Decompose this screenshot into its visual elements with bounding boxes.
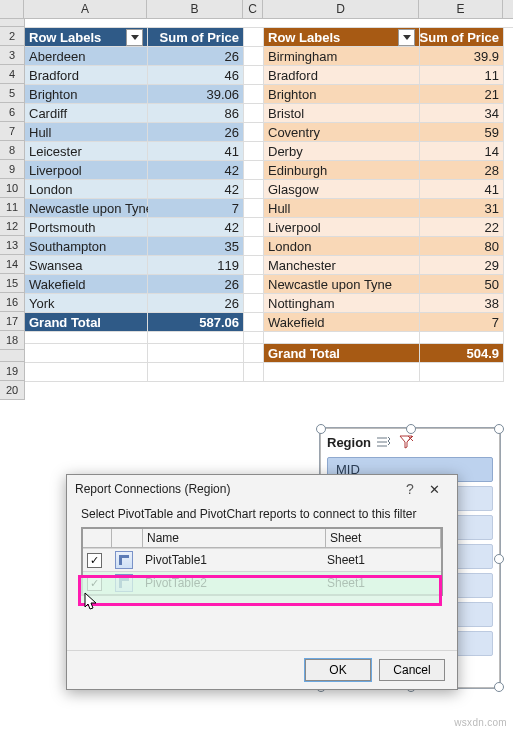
column-header-e[interactable]: E — [419, 0, 503, 18]
pivot1-row-value: 26 — [148, 275, 244, 294]
dialog-instruction: Select PivotTable and PivotChart reports… — [81, 507, 443, 521]
pivot1-row-label[interactable]: Swansea — [25, 256, 148, 275]
pivot1-row-label[interactable]: Hull — [25, 123, 148, 142]
help-icon[interactable]: ? — [401, 481, 419, 497]
pivot2-row-label[interactable]: Coventry — [264, 123, 420, 142]
pivot2-row-value: 22 — [420, 218, 504, 237]
grid[interactable]: Row LabelsSum of PriceRow LabelsSum of P… — [25, 19, 513, 400]
pivot1-row-value: 41 — [148, 142, 244, 161]
row-header[interactable] — [0, 350, 24, 362]
pivot2-row-label[interactable]: Nottingham — [264, 294, 420, 313]
pivot2-row-label[interactable]: Brighton — [264, 85, 420, 104]
pivot2-row-label[interactable]: Derby — [264, 142, 420, 161]
row-header[interactable]: 9 — [0, 160, 24, 179]
row-header[interactable]: 13 — [0, 236, 24, 255]
resize-handle[interactable] — [406, 424, 416, 434]
row-header[interactable]: 14 — [0, 255, 24, 274]
row-header[interactable]: 7 — [0, 122, 24, 141]
dialog-row-name: PivotTable1 — [141, 553, 323, 567]
close-icon[interactable]: ✕ — [419, 482, 449, 497]
dialog-col-name[interactable]: Name — [143, 529, 326, 547]
pivot1-row-value: 7 — [148, 199, 244, 218]
pivot1-row-label[interactable]: Aberdeen — [25, 47, 148, 66]
pivot1-row-label[interactable]: Wakefield — [25, 275, 148, 294]
pivot1-row-label[interactable]: Portsmouth — [25, 218, 148, 237]
pivot2-row-labels-header[interactable]: Row Labels — [264, 28, 420, 47]
row-header[interactable]: 17 — [0, 312, 24, 331]
pivot1-row-label[interactable]: Bradford — [25, 66, 148, 85]
pivot1-row-value: 119 — [148, 256, 244, 275]
column-header-d[interactable]: D — [263, 0, 419, 18]
pivot2-row-value: 38 — [420, 294, 504, 313]
filter-dropdown-icon[interactable] — [398, 29, 415, 46]
row-header[interactable]: 10 — [0, 179, 24, 198]
pivot2-row-label[interactable]: Newcastle upon Tyne — [264, 275, 420, 294]
pivot2-row-label[interactable]: Hull — [264, 199, 420, 218]
dialog-title: Report Connections (Region) — [75, 482, 230, 496]
resize-handle[interactable] — [494, 682, 504, 692]
pivot2-row-value: 28 — [420, 161, 504, 180]
resize-handle[interactable] — [494, 554, 504, 564]
dialog-titlebar[interactable]: Report Connections (Region) ? ✕ — [67, 475, 457, 503]
pivot1-row-value: 42 — [148, 180, 244, 199]
row-header[interactable]: 19 — [0, 362, 24, 381]
column-header-b[interactable]: B — [147, 0, 243, 18]
pivot1-row-value: 42 — [148, 218, 244, 237]
pivottable-icon — [115, 574, 133, 592]
dialog-row-sheet: Sheet1 — [323, 553, 441, 567]
pivot2-row-value: 39.9 — [420, 47, 504, 66]
dialog-table-row[interactable]: PivotTable2Sheet1 — [83, 571, 441, 594]
row-header[interactable]: 11 — [0, 198, 24, 217]
pivot1-row-label[interactable]: Liverpool — [25, 161, 148, 180]
row-header[interactable]: 8 — [0, 141, 24, 160]
row-header[interactable]: 2 — [0, 27, 24, 46]
pivot2-row-label[interactable]: Bradford — [264, 66, 420, 85]
dialog-row-sheet: Sheet1 — [323, 576, 441, 590]
pivot2-grand-total-value: 504.9 — [420, 344, 504, 363]
pivot2-row-label[interactable]: Bristol — [264, 104, 420, 123]
dialog-table-row[interactable]: PivotTable1Sheet1 — [83, 548, 441, 571]
dialog-table: Name Sheet PivotTable1Sheet1PivotTable2S… — [81, 527, 443, 596]
row-header[interactable]: 16 — [0, 293, 24, 312]
dialog-row-name: PivotTable2 — [141, 576, 323, 590]
pivot1-row-label[interactable]: London — [25, 180, 148, 199]
pivot1-row-label[interactable]: Leicester — [25, 142, 148, 161]
checkbox[interactable] — [87, 576, 102, 591]
pivot1-grand-total-label: Grand Total — [25, 313, 148, 332]
pivot1-row-label[interactable]: Southampton — [25, 237, 148, 256]
pivot2-row-value: 34 — [420, 104, 504, 123]
filter-dropdown-icon[interactable] — [126, 29, 143, 46]
row-header[interactable]: 15 — [0, 274, 24, 293]
row-header[interactable]: 18 — [0, 331, 24, 350]
checkbox[interactable] — [87, 553, 102, 568]
pivot2-row-label[interactable]: Liverpool — [264, 218, 420, 237]
pivot2-row-value: 21 — [420, 85, 504, 104]
pivot2-row-label[interactable]: Manchester — [264, 256, 420, 275]
pivot1-row-label[interactable]: Cardiff — [25, 104, 148, 123]
resize-handle[interactable] — [494, 424, 504, 434]
pivot2-row-label[interactable]: Glasgow — [264, 180, 420, 199]
pivot1-row-labels-header[interactable]: Row Labels — [25, 28, 148, 47]
pivot1-row-label[interactable]: Newcastle upon Tyne — [25, 199, 148, 218]
row-header[interactable]: 5 — [0, 84, 24, 103]
column-header-c[interactable]: C — [243, 0, 263, 18]
pivot2-row-label[interactable]: London — [264, 237, 420, 256]
cancel-button[interactable]: Cancel — [379, 659, 445, 681]
dialog-col-sheet[interactable]: Sheet — [326, 529, 441, 547]
resize-handle[interactable] — [316, 424, 326, 434]
row-header[interactable]: 12 — [0, 217, 24, 236]
row-header[interactable]: 4 — [0, 65, 24, 84]
select-all-corner[interactable] — [0, 0, 24, 18]
pivot1-row-label[interactable]: York — [25, 294, 148, 313]
pivot1-row-label[interactable]: Brighton — [25, 85, 148, 104]
row-header[interactable]: 3 — [0, 46, 24, 65]
watermark: wsxdn.com — [454, 717, 507, 728]
column-header-a[interactable]: A — [24, 0, 147, 18]
ok-button[interactable]: OK — [305, 659, 371, 681]
row-header[interactable]: 6 — [0, 103, 24, 122]
row-header-column: 234567891011121314151617181920 — [0, 19, 25, 400]
row-header[interactable]: 20 — [0, 381, 24, 400]
pivot2-row-label[interactable]: Wakefield — [264, 313, 420, 332]
pivot2-row-label[interactable]: Birmingham — [264, 47, 420, 66]
pivot2-row-label[interactable]: Edinburgh — [264, 161, 420, 180]
